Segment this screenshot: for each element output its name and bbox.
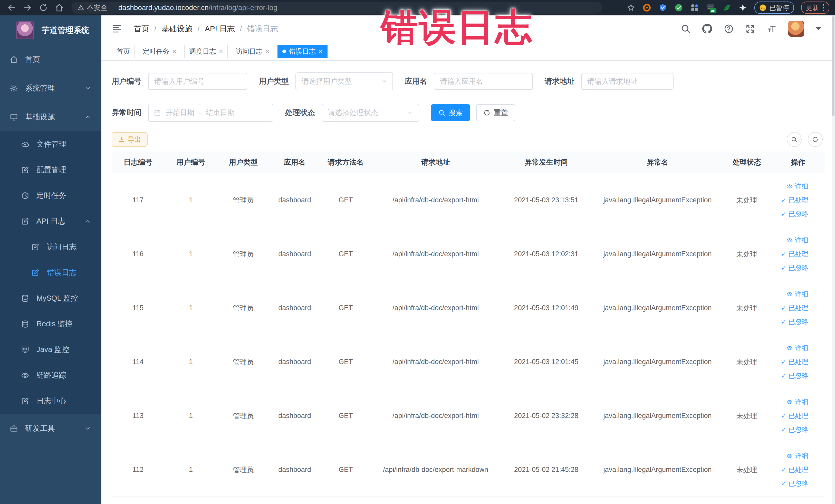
sidebar-item-file-manage[interactable]: 文件管理	[0, 132, 101, 157]
tab-cron-job[interactable]: 定时任务×	[138, 45, 181, 58]
sidebar-item-infra[interactable]: 基础设施	[0, 103, 101, 132]
breadcrumb-home[interactable]: 首页	[134, 24, 149, 34]
ignored-link[interactable]: ✓已忽略	[781, 261, 808, 275]
sidebar-item-java-monitor[interactable]: Java 监控	[0, 337, 101, 363]
extension-grid-icon[interactable]	[690, 3, 699, 12]
user-type-select[interactable]: 请选择用户类型	[296, 73, 393, 90]
processed-link[interactable]: ✓已处理	[781, 355, 808, 369]
browser-home-icon[interactable]	[55, 3, 64, 12]
ignored-link[interactable]: ✓已忽略	[781, 207, 808, 221]
reset-button[interactable]: 重置	[476, 104, 515, 121]
chrome-menu-icon[interactable]	[823, 4, 825, 11]
avatar-caret-icon[interactable]	[815, 27, 821, 33]
app-logo[interactable]: 芋道管理系统	[0, 15, 101, 45]
processed-link[interactable]: ✓已处理	[781, 409, 808, 423]
close-icon[interactable]: ×	[219, 48, 223, 55]
sidebar-item-config-manage[interactable]: 配置管理	[0, 157, 101, 183]
tab-access-log[interactable]: 访问日志×	[231, 45, 274, 58]
detail-link[interactable]: 详细	[786, 287, 808, 301]
processed-link[interactable]: ✓已处理	[781, 247, 808, 261]
avatar[interactable]	[788, 21, 804, 37]
col-status: 处理状态	[722, 152, 771, 173]
sidebar-item-error-log[interactable]: 错误日志	[0, 260, 101, 285]
ignored-link[interactable]: ✓已忽略	[781, 477, 808, 490]
scrollbar[interactable]	[832, 15, 835, 504]
breadcrumb-separator: /	[240, 24, 242, 33]
close-icon[interactable]: ×	[265, 48, 269, 55]
extension-leaf-icon[interactable]	[722, 3, 731, 12]
security-chip[interactable]: 不安全	[78, 3, 113, 12]
font-size-icon[interactable]	[767, 24, 777, 34]
scrollbar-thumb[interactable]	[832, 16, 834, 116]
edit-doc-icon	[21, 397, 29, 405]
status-text: 未处理	[722, 443, 771, 497]
request-url-input[interactable]	[581, 73, 674, 90]
extension-onoff-icon[interactable]: on	[706, 3, 715, 12]
eye-icon	[786, 291, 793, 298]
reload-icon[interactable]	[39, 3, 48, 12]
sidebar-item-cron-job[interactable]: 定时任务	[0, 183, 101, 208]
ignored-link[interactable]: ✓已忽略	[781, 423, 808, 437]
paused-extension-pill[interactable]: 已暂停	[754, 2, 794, 14]
date-range-picker[interactable]: 开始日期 - 结束日期	[148, 104, 273, 122]
hamburger-icon[interactable]	[111, 24, 122, 34]
bookmark-star-icon[interactable]	[627, 3, 635, 12]
navbar: 首页 / 基础设施 / API 日志 / 错误日志	[101, 15, 835, 42]
extension-ring-icon[interactable]	[643, 3, 651, 12]
fullscreen-icon[interactable]	[745, 24, 755, 34]
app-name-input[interactable]	[434, 73, 533, 90]
sidebar-item-access-log[interactable]: 访问日志	[0, 234, 101, 260]
processed-link[interactable]: ✓已处理	[781, 463, 808, 477]
extension-check-icon[interactable]	[674, 3, 683, 12]
check-icon: ✓	[781, 305, 786, 311]
sidebar-item-home[interactable]: 首页	[0, 45, 101, 74]
extension-spark-icon[interactable]	[738, 3, 747, 12]
extension-shield-icon[interactable]	[658, 3, 667, 12]
sidebar-item-redis-monitor[interactable]: Redis 监控	[0, 311, 101, 337]
refresh-button[interactable]	[808, 132, 823, 147]
sidebar-item-tracing[interactable]: 链路追踪	[0, 363, 101, 388]
chevron-up-icon	[84, 114, 91, 120]
user-id-input[interactable]	[148, 73, 247, 90]
update-pill[interactable]: 更新	[801, 2, 829, 14]
eye-icon	[786, 237, 793, 244]
detail-link[interactable]: 详细	[786, 396, 808, 409]
logo-image	[16, 21, 34, 39]
github-icon[interactable]	[702, 24, 712, 34]
close-icon[interactable]: ×	[172, 48, 176, 55]
process-status-select[interactable]: 请选择处理状态	[322, 104, 419, 122]
ignored-link[interactable]: ✓已忽略	[781, 369, 808, 383]
sidebar-item-api-log[interactable]: API 日志	[0, 208, 101, 234]
toggle-search-button[interactable]	[787, 132, 802, 147]
address-bar[interactable]: 不安全 dashboard.yudao.iocoder.cn/infra/log…	[72, 2, 602, 14]
status-text: 未处理	[722, 227, 771, 281]
breadcrumb-api-log[interactable]: API 日志	[205, 24, 235, 34]
tab-schedule-log[interactable]: 调度日志×	[184, 45, 228, 58]
col-request-url: 请求地址	[371, 152, 500, 173]
breadcrumb-infra[interactable]: 基础设施	[161, 24, 192, 34]
sidebar-item-log-center[interactable]: 日志中心	[0, 388, 101, 414]
sidebar-item-mysql-monitor[interactable]: MySQL 监控	[0, 285, 101, 311]
chevron-up-icon	[84, 218, 91, 225]
back-icon[interactable]	[7, 3, 16, 12]
detail-link[interactable]: 详细	[786, 234, 808, 247]
search-icon[interactable]	[680, 24, 691, 34]
detail-link[interactable]: 详细	[786, 341, 808, 355]
forward-icon[interactable]	[23, 3, 32, 12]
detail-link[interactable]: 详细	[786, 180, 808, 193]
filter-row-1: 用户编号 用户类型 请选择用户类型 应用名 请求地址	[111, 73, 825, 90]
processed-link[interactable]: ✓已处理	[781, 301, 808, 315]
sidebar-item-system[interactable]: 系统管理	[0, 74, 101, 103]
processed-link[interactable]: ✓已处理	[781, 194, 808, 207]
search-button[interactable]: 搜索	[431, 104, 470, 121]
filter-process-status: 处理状态 请选择处理状态	[285, 104, 419, 122]
detail-link[interactable]: 详细	[786, 449, 808, 463]
sidebar-item-dev-tools[interactable]: 研发工具	[0, 414, 101, 443]
help-icon[interactable]	[724, 24, 734, 34]
tab-home[interactable]: 首页	[111, 45, 135, 58]
export-button[interactable]: 导出	[111, 132, 148, 147]
close-icon[interactable]: ×	[319, 48, 323, 55]
ignored-link[interactable]: ✓已忽略	[781, 315, 808, 329]
right-toolbar	[787, 132, 825, 147]
tab-error-log[interactable]: 错误日志×	[278, 45, 328, 58]
